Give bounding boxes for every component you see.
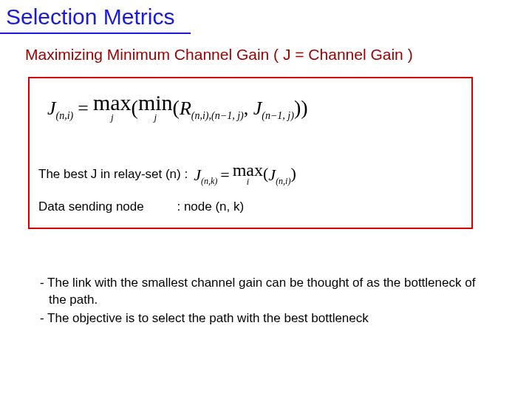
- title-underline: [0, 33, 191, 34]
- subtitle: Maximizing Minimum Channel Gain ( J = Ch…: [25, 46, 413, 64]
- f1-J-sub: (n,i): [56, 110, 74, 121]
- f2-J-sub: (n,k): [201, 176, 217, 186]
- f2-max: max i: [233, 161, 263, 186]
- f2-max-sub: i: [247, 177, 249, 186]
- f2-Jarg: J: [268, 166, 276, 184]
- f2-Jarg-sub: (n,i): [276, 176, 290, 186]
- data-sending-value: : node (n, k): [177, 200, 244, 214]
- page-title: Selection Metrics: [6, 4, 174, 30]
- f1-lp2: (: [173, 92, 180, 120]
- f1-R: R: [180, 98, 191, 119]
- f1-min-op: min: [138, 92, 173, 114]
- f1-eq: =: [73, 92, 93, 120]
- f1-J: J: [47, 98, 56, 119]
- f1-max-op: max: [93, 92, 132, 114]
- f2-lp: (: [263, 161, 268, 183]
- f1-min-sub: j: [154, 112, 157, 122]
- best-j-label: The best J in relay-set (n) :: [38, 167, 188, 182]
- f1-lp: (: [132, 92, 138, 120]
- f2-eq: =: [217, 161, 232, 185]
- data-sending-line: Data sending node : node (n, k): [38, 200, 244, 214]
- f1-J2: J: [253, 98, 262, 119]
- f1-R-sub: (n,i),(n−1, j): [191, 110, 244, 121]
- f2-J: J: [194, 166, 201, 184]
- formula-main: J(n,i) = max j ( min j ( R(n,i),(n−1, j)…: [47, 92, 308, 139]
- best-j-line: The best J in relay-set (n) : J(n,k) = m…: [38, 161, 296, 187]
- f1-max-sub: j: [111, 112, 114, 122]
- f1-rp2: ): [294, 92, 301, 120]
- data-sending-label: Data sending node: [38, 200, 144, 214]
- slide: Selection Metrics Maximizing Minimum Cha…: [0, 0, 532, 399]
- bullet-2: - The objective is to select the path wi…: [40, 310, 483, 327]
- bullet-list: - The link with the smallest channel gai…: [40, 275, 483, 329]
- formula-best-j: J(n,k) = max i ( J(n,i) ): [194, 161, 296, 187]
- f1-rp: ): [301, 92, 307, 120]
- f1-comma: ,: [244, 98, 253, 119]
- bullet-1: - The link with the smallest channel gai…: [40, 275, 483, 309]
- f1-min: min j: [138, 92, 173, 122]
- f1-J2-sub: (n−1, j): [262, 110, 294, 121]
- f2-rp: ): [290, 161, 296, 183]
- f1-max: max j: [93, 92, 132, 122]
